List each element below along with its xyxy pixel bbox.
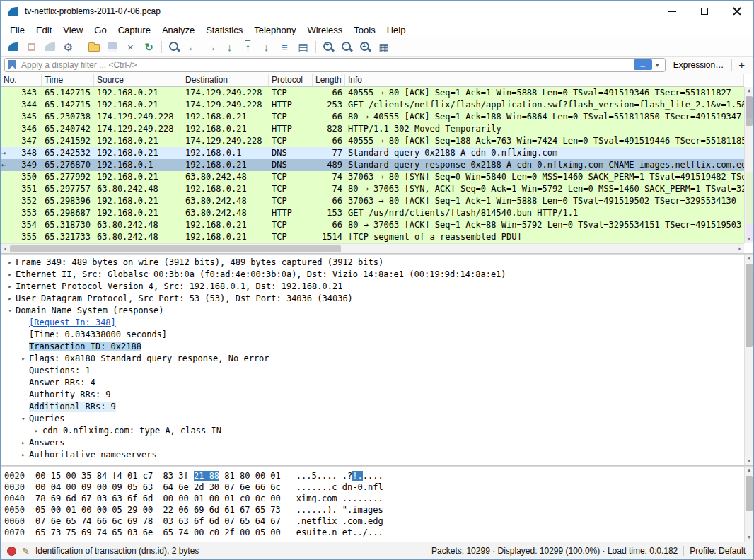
display-filter-input[interactable] xyxy=(21,60,634,70)
filter-bookmark-icon[interactable] xyxy=(8,60,16,70)
expander-icon[interactable]: ▸ xyxy=(18,437,29,449)
go-first-packet-icon[interactable]: ↑ xyxy=(239,38,257,55)
scroll-right-button[interactable] xyxy=(736,245,744,253)
expander-icon[interactable]: ▸ xyxy=(18,353,29,365)
packet-row[interactable]: ←349 65.276870 192.168.0.1 192.168.0.21 … xyxy=(1,159,744,171)
hex-scrollbar[interactable] xyxy=(744,467,753,542)
scrollbar-thumb[interactable] xyxy=(746,96,753,126)
column-header[interactable]: No. xyxy=(1,74,42,86)
expander-icon[interactable]: ▸ xyxy=(4,257,16,269)
hex-row[interactable]: 0070 65 73 75 69 74 65 03 6e 65 74 00 c0… xyxy=(4,527,744,538)
packet-row[interactable]: 343 65.142715 192.168.0.21 174.129.249.2… xyxy=(1,87,744,99)
capture-comment-icon[interactable] xyxy=(22,547,30,556)
menu-item[interactable]: View xyxy=(57,23,88,37)
scrollbar-thumb[interactable] xyxy=(746,476,753,511)
packet-row[interactable]: →348 65.242532 192.168.0.21 192.168.0.1 … xyxy=(1,147,744,159)
go-to-packet-icon[interactable]: ↓ xyxy=(221,38,238,55)
detail-line[interactable]: Transaction ID: 0x2188 xyxy=(1,341,744,353)
zoom-out-icon[interactable]: − xyxy=(338,38,356,55)
go-back-icon[interactable]: ← xyxy=(184,38,202,55)
packet-row[interactable]: 350 65.277992 192.168.0.21 63.80.242.48 … xyxy=(1,171,744,183)
menu-item[interactable]: Go xyxy=(88,23,112,37)
detail-line[interactable]: ▸Authoritative nameservers xyxy=(1,449,744,461)
detail-line[interactable]: ▸Flags: 0x8180 Standard query response, … xyxy=(1,353,744,365)
toolbar-separator[interactable] xyxy=(313,38,319,55)
expression-button[interactable]: Expression… xyxy=(671,60,726,70)
auto-scroll-icon[interactable]: ≡ xyxy=(276,38,294,55)
expander-icon[interactable]: ▾ xyxy=(18,413,29,425)
menu-item[interactable]: Edit xyxy=(30,23,57,37)
packet-row[interactable]: 355 65.321733 63.80.242.48 192.168.0.21 … xyxy=(1,231,744,243)
menu-item[interactable]: Wireless xyxy=(301,23,348,37)
details-scrollbar[interactable] xyxy=(744,255,753,465)
detail-line[interactable]: ▸cdn-0.nflximg.com: type A, class IN xyxy=(1,425,744,437)
zoom-100-icon[interactable]: 1 xyxy=(356,38,374,55)
zoom-in-icon[interactable]: + xyxy=(320,38,337,55)
add-filter-button[interactable]: + xyxy=(737,59,749,71)
detail-line[interactable]: Additional RRs: 9 xyxy=(1,401,744,413)
packet-row[interactable]: 347 65.241592 192.168.0.21 174.129.249.2… xyxy=(1,135,744,147)
detail-line[interactable]: ▸Frame 349: 489 bytes on wire (3912 bits… xyxy=(1,257,744,269)
reload-file-icon[interactable]: ↻ xyxy=(140,38,158,55)
detail-line[interactable]: [Request In: 348] xyxy=(1,317,744,329)
scroll-up-button[interactable] xyxy=(745,255,753,262)
column-header[interactable]: Time xyxy=(42,74,94,86)
packet-list-scrollbar[interactable] xyxy=(744,87,753,243)
expander-icon[interactable]: ▸ xyxy=(18,449,29,461)
scrollbar-thumb[interactable] xyxy=(746,264,753,347)
detail-line[interactable]: ▾Queries xyxy=(1,413,744,425)
detail-line[interactable]: ▾Domain Name System (response) xyxy=(1,305,744,317)
packet-row[interactable]: 344 65.142715 192.168.0.21 174.129.249.2… xyxy=(1,99,744,111)
column-header[interactable]: Protocol xyxy=(269,74,313,86)
menu-item[interactable]: File xyxy=(4,23,30,37)
menu-item[interactable]: Telephony xyxy=(248,23,301,37)
scroll-down-button[interactable] xyxy=(745,534,753,542)
stop-capture-icon[interactable] xyxy=(23,38,40,55)
hex-row[interactable]: 0060 07 6e 65 74 66 6c 69 78 03 63 6f 6d… xyxy=(4,515,744,527)
detail-line[interactable]: Authority RRs: 9 xyxy=(1,389,744,401)
filter-dropdown-icon[interactable]: ▾ xyxy=(652,62,663,69)
detail-line[interactable]: ▸User Datagram Protocol, Src Port: 53 (5… xyxy=(1,293,744,305)
horizontal-scrollbar[interactable] xyxy=(1,243,744,253)
detail-line[interactable]: Answer RRs: 4 xyxy=(1,377,744,389)
packet-row[interactable]: 352 65.298396 192.168.0.21 63.80.242.48 … xyxy=(1,195,744,207)
menu-item[interactable]: Statistics xyxy=(200,23,248,37)
close-button[interactable] xyxy=(721,1,753,22)
packet-row[interactable]: 345 65.230738 174.129.249.228 192.168.0.… xyxy=(1,111,744,123)
close-file-icon[interactable]: × xyxy=(122,38,139,55)
column-header[interactable]: Source xyxy=(94,74,182,86)
capture-options-icon[interactable]: ⚙ xyxy=(59,38,77,55)
expander-icon[interactable]: ▸ xyxy=(4,293,16,305)
detail-line[interactable]: [Time: 0.034338000 seconds] xyxy=(1,329,744,341)
toolbar-separator[interactable] xyxy=(158,38,165,55)
menu-item[interactable]: Help xyxy=(381,23,412,37)
go-last-packet-icon[interactable]: ↓ xyxy=(257,38,275,55)
apply-filter-button[interactable]: → xyxy=(634,59,652,70)
detail-line[interactable]: ▸Ethernet II, Src: Globalsc_00:3b:0a (f0… xyxy=(1,269,744,281)
column-header[interactable]: Length xyxy=(313,74,345,86)
resize-columns-icon[interactable]: ▦ xyxy=(375,38,393,55)
menu-item[interactable]: Analyze xyxy=(156,23,200,37)
menu-item[interactable]: Tools xyxy=(348,23,381,37)
expander-icon[interactable]: ▸ xyxy=(31,425,42,437)
restart-capture-icon[interactable] xyxy=(41,38,59,55)
open-file-icon[interactable] xyxy=(85,38,103,55)
scroll-down-button[interactable] xyxy=(745,235,753,243)
expander-icon[interactable]: ▸ xyxy=(4,269,16,281)
scroll-left-button[interactable] xyxy=(1,245,9,253)
packet-row[interactable]: 351 65.297757 63.80.242.48 192.168.0.21 … xyxy=(1,183,744,195)
colorize-packets-icon[interactable]: ▤ xyxy=(294,38,312,55)
hex-row[interactable]: 0040 78 69 6d 67 03 63 6f 6d 00 00 01 00… xyxy=(4,493,744,504)
expander-icon[interactable]: ▾ xyxy=(4,305,16,317)
packet-row[interactable]: 353 65.298687 192.168.0.21 63.80.242.48 … xyxy=(1,207,744,219)
hex-row[interactable]: 0020 00 15 00 35 84 f4 01 c7 83 3f 21 88… xyxy=(4,470,744,482)
menu-item[interactable]: Capture xyxy=(112,23,156,37)
horizontal-scrollbar-thumb[interactable] xyxy=(10,245,341,252)
start-capture-icon[interactable] xyxy=(4,38,22,55)
scroll-up-button[interactable] xyxy=(745,467,753,474)
toolbar-separator[interactable] xyxy=(78,38,84,55)
packet-row[interactable]: 346 65.240742 174.129.249.228 192.168.0.… xyxy=(1,123,744,135)
detail-line[interactable]: ▸Internet Protocol Version 4, Src: 192.1… xyxy=(1,281,744,293)
hex-row[interactable]: 0030 00 04 00 09 00 09 05 63 64 6e 2d 30… xyxy=(4,482,744,493)
packet-row[interactable]: 354 65.318730 63.80.242.48 192.168.0.21 … xyxy=(1,219,744,231)
